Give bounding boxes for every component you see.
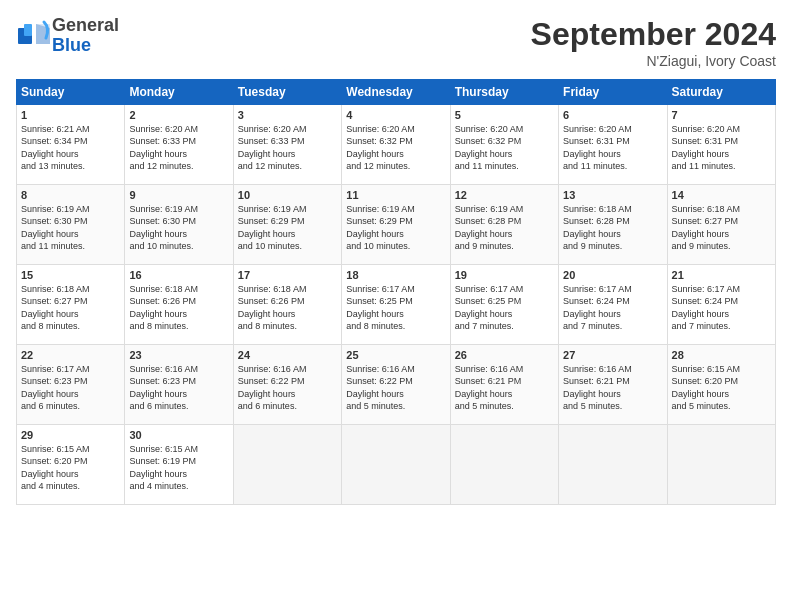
day-number: 23 <box>129 348 228 362</box>
calendar-cell: 24 Sunrise: 6:16 AM Sunset: 6:22 PM Dayl… <box>233 345 341 425</box>
calendar-week-row: 22 Sunrise: 6:17 AM Sunset: 6:23 PM Dayl… <box>17 345 776 425</box>
calendar-cell: 19 Sunrise: 6:17 AM Sunset: 6:25 PM Dayl… <box>450 265 558 345</box>
calendar-cell: 17 Sunrise: 6:18 AM Sunset: 6:26 PM Dayl… <box>233 265 341 345</box>
calendar-cell: 7 Sunrise: 6:20 AM Sunset: 6:31 PM Dayli… <box>667 105 775 185</box>
calendar-week-row: 15 Sunrise: 6:18 AM Sunset: 6:27 PM Dayl… <box>17 265 776 345</box>
calendar-cell: 22 Sunrise: 6:17 AM Sunset: 6:23 PM Dayl… <box>17 345 125 425</box>
day-info: Sunrise: 6:15 AM Sunset: 6:20 PM Dayligh… <box>672 363 771 412</box>
calendar-week-row: 29 Sunrise: 6:15 AM Sunset: 6:20 PM Dayl… <box>17 425 776 505</box>
col-wednesday: Wednesday <box>342 80 450 105</box>
day-number: 15 <box>21 268 120 282</box>
calendar-week-row: 8 Sunrise: 6:19 AM Sunset: 6:30 PM Dayli… <box>17 185 776 265</box>
calendar-cell <box>450 425 558 505</box>
calendar-cell: 27 Sunrise: 6:16 AM Sunset: 6:21 PM Dayl… <box>559 345 667 425</box>
logo-text: General Blue <box>52 16 119 56</box>
day-info: Sunrise: 6:18 AM Sunset: 6:26 PM Dayligh… <box>129 283 228 332</box>
logo-icon <box>16 18 52 54</box>
calendar-cell: 6 Sunrise: 6:20 AM Sunset: 6:31 PM Dayli… <box>559 105 667 185</box>
col-monday: Monday <box>125 80 233 105</box>
day-info: Sunrise: 6:16 AM Sunset: 6:22 PM Dayligh… <box>238 363 337 412</box>
col-friday: Friday <box>559 80 667 105</box>
col-tuesday: Tuesday <box>233 80 341 105</box>
day-number: 18 <box>346 268 445 282</box>
calendar-cell: 25 Sunrise: 6:16 AM Sunset: 6:22 PM Dayl… <box>342 345 450 425</box>
day-info: Sunrise: 6:19 AM Sunset: 6:29 PM Dayligh… <box>346 203 445 252</box>
col-sunday: Sunday <box>17 80 125 105</box>
day-number: 17 <box>238 268 337 282</box>
col-thursday: Thursday <box>450 80 558 105</box>
calendar-header-row: Sunday Monday Tuesday Wednesday Thursday… <box>17 80 776 105</box>
day-number: 12 <box>455 188 554 202</box>
header: General Blue September 2024 N'Ziagui, Iv… <box>16 16 776 69</box>
day-info: Sunrise: 6:19 AM Sunset: 6:30 PM Dayligh… <box>21 203 120 252</box>
day-info: Sunrise: 6:17 AM Sunset: 6:24 PM Dayligh… <box>672 283 771 332</box>
calendar-cell: 1 Sunrise: 6:21 AM Sunset: 6:34 PM Dayli… <box>17 105 125 185</box>
calendar-cell: 14 Sunrise: 6:18 AM Sunset: 6:27 PM Dayl… <box>667 185 775 265</box>
day-info: Sunrise: 6:20 AM Sunset: 6:33 PM Dayligh… <box>129 123 228 172</box>
day-number: 5 <box>455 108 554 122</box>
day-number: 1 <box>21 108 120 122</box>
day-number: 2 <box>129 108 228 122</box>
day-number: 25 <box>346 348 445 362</box>
calendar-cell: 8 Sunrise: 6:19 AM Sunset: 6:30 PM Dayli… <box>17 185 125 265</box>
day-number: 13 <box>563 188 662 202</box>
day-info: Sunrise: 6:17 AM Sunset: 6:24 PM Dayligh… <box>563 283 662 332</box>
day-number: 8 <box>21 188 120 202</box>
day-number: 3 <box>238 108 337 122</box>
calendar-cell: 21 Sunrise: 6:17 AM Sunset: 6:24 PM Dayl… <box>667 265 775 345</box>
calendar-cell: 11 Sunrise: 6:19 AM Sunset: 6:29 PM Dayl… <box>342 185 450 265</box>
day-info: Sunrise: 6:18 AM Sunset: 6:28 PM Dayligh… <box>563 203 662 252</box>
page-container: General Blue September 2024 N'Ziagui, Iv… <box>0 0 792 612</box>
calendar-cell: 23 Sunrise: 6:16 AM Sunset: 6:23 PM Dayl… <box>125 345 233 425</box>
day-info: Sunrise: 6:15 AM Sunset: 6:19 PM Dayligh… <box>129 443 228 492</box>
day-number: 28 <box>672 348 771 362</box>
day-info: Sunrise: 6:19 AM Sunset: 6:28 PM Dayligh… <box>455 203 554 252</box>
day-number: 16 <box>129 268 228 282</box>
day-info: Sunrise: 6:19 AM Sunset: 6:30 PM Dayligh… <box>129 203 228 252</box>
calendar-cell <box>559 425 667 505</box>
day-number: 26 <box>455 348 554 362</box>
calendar-cell: 3 Sunrise: 6:20 AM Sunset: 6:33 PM Dayli… <box>233 105 341 185</box>
calendar-cell: 15 Sunrise: 6:18 AM Sunset: 6:27 PM Dayl… <box>17 265 125 345</box>
svg-rect-2 <box>24 24 32 36</box>
day-info: Sunrise: 6:20 AM Sunset: 6:32 PM Dayligh… <box>455 123 554 172</box>
day-info: Sunrise: 6:16 AM Sunset: 6:22 PM Dayligh… <box>346 363 445 412</box>
day-info: Sunrise: 6:15 AM Sunset: 6:20 PM Dayligh… <box>21 443 120 492</box>
day-number: 24 <box>238 348 337 362</box>
day-number: 9 <box>129 188 228 202</box>
day-number: 19 <box>455 268 554 282</box>
day-number: 6 <box>563 108 662 122</box>
day-info: Sunrise: 6:18 AM Sunset: 6:27 PM Dayligh… <box>21 283 120 332</box>
day-info: Sunrise: 6:16 AM Sunset: 6:21 PM Dayligh… <box>455 363 554 412</box>
col-saturday: Saturday <box>667 80 775 105</box>
day-number: 29 <box>21 428 120 442</box>
calendar-cell <box>233 425 341 505</box>
logo-line2: Blue <box>52 36 119 56</box>
location-subtitle: N'Ziagui, Ivory Coast <box>531 53 776 69</box>
calendar-cell: 12 Sunrise: 6:19 AM Sunset: 6:28 PM Dayl… <box>450 185 558 265</box>
calendar-week-row: 1 Sunrise: 6:21 AM Sunset: 6:34 PM Dayli… <box>17 105 776 185</box>
calendar-cell: 26 Sunrise: 6:16 AM Sunset: 6:21 PM Dayl… <box>450 345 558 425</box>
day-number: 4 <box>346 108 445 122</box>
day-info: Sunrise: 6:20 AM Sunset: 6:32 PM Dayligh… <box>346 123 445 172</box>
day-number: 10 <box>238 188 337 202</box>
calendar-cell: 2 Sunrise: 6:20 AM Sunset: 6:33 PM Dayli… <box>125 105 233 185</box>
day-number: 14 <box>672 188 771 202</box>
month-title: September 2024 <box>531 16 776 53</box>
day-info: Sunrise: 6:21 AM Sunset: 6:34 PM Dayligh… <box>21 123 120 172</box>
day-info: Sunrise: 6:17 AM Sunset: 6:23 PM Dayligh… <box>21 363 120 412</box>
calendar-cell: 5 Sunrise: 6:20 AM Sunset: 6:32 PM Dayli… <box>450 105 558 185</box>
day-info: Sunrise: 6:19 AM Sunset: 6:29 PM Dayligh… <box>238 203 337 252</box>
logo: General Blue <box>16 16 119 56</box>
day-info: Sunrise: 6:20 AM Sunset: 6:31 PM Dayligh… <box>672 123 771 172</box>
calendar-cell: 9 Sunrise: 6:19 AM Sunset: 6:30 PM Dayli… <box>125 185 233 265</box>
day-info: Sunrise: 6:17 AM Sunset: 6:25 PM Dayligh… <box>455 283 554 332</box>
logo-line1: General <box>52 16 119 36</box>
day-number: 30 <box>129 428 228 442</box>
calendar-cell: 29 Sunrise: 6:15 AM Sunset: 6:20 PM Dayl… <box>17 425 125 505</box>
calendar-cell: 4 Sunrise: 6:20 AM Sunset: 6:32 PM Dayli… <box>342 105 450 185</box>
calendar-cell <box>667 425 775 505</box>
day-info: Sunrise: 6:18 AM Sunset: 6:26 PM Dayligh… <box>238 283 337 332</box>
day-number: 27 <box>563 348 662 362</box>
day-info: Sunrise: 6:16 AM Sunset: 6:23 PM Dayligh… <box>129 363 228 412</box>
